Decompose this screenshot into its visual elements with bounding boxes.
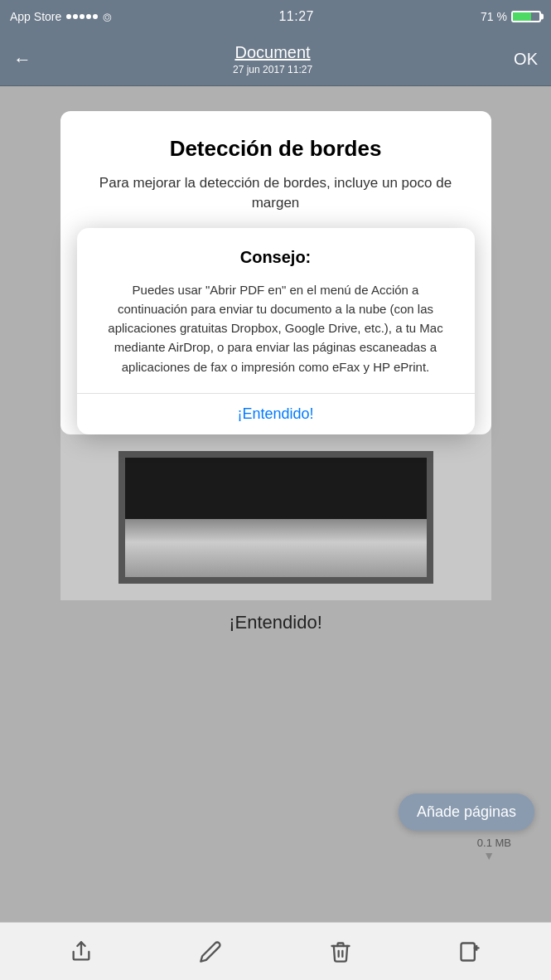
battery-bar xyxy=(511,11,541,22)
status-bar: App Store ⌾ 11:27 71 % xyxy=(0,0,551,33)
battery-percent: 71 % xyxy=(481,10,507,23)
status-right: 71 % xyxy=(481,10,541,23)
add-page-icon xyxy=(458,940,481,963)
nav-bar: ← Document 27 jun 2017 11:27 OK xyxy=(0,33,551,86)
back-button[interactable]: ← xyxy=(13,49,31,70)
signal-dot-1 xyxy=(66,14,71,19)
pencil-icon xyxy=(199,940,222,963)
nav-title-group: Document 27 jun 2017 11:27 xyxy=(233,43,312,75)
share-icon xyxy=(70,940,93,963)
signal-dot-5 xyxy=(93,14,98,19)
chevron-down-icon: ▼ xyxy=(483,849,495,862)
content-area: Detección de bordes Para mejorar la dete… xyxy=(0,86,551,922)
status-left: App Store ⌾ xyxy=(10,8,112,26)
carrier-label: App Store xyxy=(10,10,61,23)
wifi-icon: ⌾ xyxy=(103,8,112,26)
svg-rect-1 xyxy=(461,943,474,960)
status-time: 11:27 xyxy=(278,9,314,24)
card-subtitle: Para mejorar la detección de bordes, inc… xyxy=(85,173,466,213)
outer-card: Detección de bordes Para mejorar la dete… xyxy=(60,111,491,434)
scan-image xyxy=(118,451,433,584)
trash-icon xyxy=(329,940,352,963)
nav-subtitle: 27 jun 2017 11:27 xyxy=(233,64,312,75)
scan-image-inner xyxy=(125,519,427,577)
dialog-title: Consejo: xyxy=(97,248,455,267)
entendido-bottom-label: ¡Entendido! xyxy=(0,612,551,633)
ok-button[interactable]: OK xyxy=(514,50,538,69)
edit-button[interactable] xyxy=(192,934,229,970)
file-size-label: 0.1 MB xyxy=(477,837,511,849)
signal-dot-4 xyxy=(86,14,91,19)
signal-dot-3 xyxy=(80,14,85,19)
toolbar xyxy=(0,922,551,980)
add-pages-button[interactable]: Añade páginas xyxy=(399,793,534,831)
battery-fill xyxy=(513,12,531,21)
signal-dot-2 xyxy=(73,14,78,19)
delete-button[interactable] xyxy=(322,934,359,970)
share-button[interactable] xyxy=(63,934,99,970)
nav-title: Document xyxy=(233,43,312,62)
card-title: Detección de bordes xyxy=(85,136,466,162)
scan-area xyxy=(60,418,491,600)
inner-dialog: Consejo: Puedes usar "Abrir PDF en" en e… xyxy=(77,228,475,434)
add-page-button[interactable] xyxy=(452,934,488,970)
dialog-entendido-button[interactable]: ¡Entendido! xyxy=(97,394,455,434)
dialog-body: Puedes usar "Abrir PDF en" en el menú de… xyxy=(97,280,455,376)
signal-dots xyxy=(66,14,98,19)
bottom-label-area: ¡Entendido! xyxy=(0,600,551,642)
